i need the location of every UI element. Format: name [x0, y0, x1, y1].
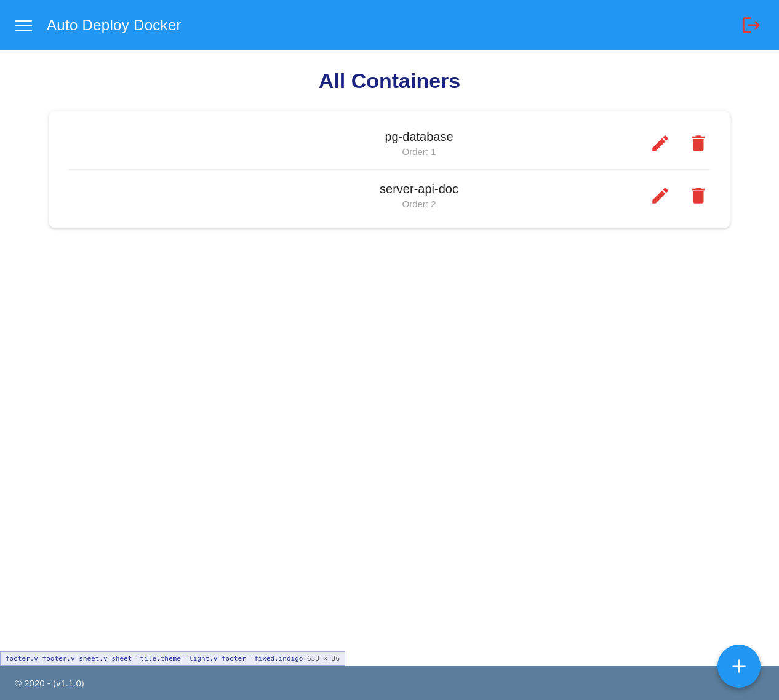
container-actions — [647, 130, 711, 156]
logout-icon — [741, 15, 762, 36]
delete-icon — [688, 185, 709, 206]
dev-tooltip-size: 633 × 36 — [307, 654, 340, 662]
app-footer: © 2020 - (v1.1.0) — [0, 666, 779, 700]
menu-button[interactable] — [15, 20, 32, 31]
delete-button[interactable] — [685, 183, 711, 209]
add-container-button[interactable] — [717, 645, 761, 688]
container-name: pg-database — [191, 130, 647, 144]
container-info: pg-database Order: 1 — [68, 130, 647, 157]
delete-button[interactable] — [685, 130, 711, 156]
app-title: Auto Deploy Docker — [47, 17, 182, 34]
logout-button[interactable] — [738, 12, 764, 38]
containers-card: pg-database Order: 1 server-api-doc O — [49, 111, 730, 228]
dev-tooltip: footer.v-footer.v-sheet.v-sheet--tile.th… — [0, 651, 345, 666]
delete-icon — [688, 133, 709, 154]
container-item: server-api-doc Order: 2 — [68, 170, 711, 221]
edit-icon — [650, 185, 671, 206]
add-icon — [728, 655, 750, 677]
header-left: Auto Deploy Docker — [15, 17, 182, 34]
footer-text: © 2020 - (v1.1.0) — [15, 678, 84, 688]
app-header: Auto Deploy Docker — [0, 0, 779, 50]
container-order: Order: 1 — [191, 146, 647, 157]
container-item: pg-database Order: 1 — [68, 117, 711, 170]
container-name: server-api-doc — [191, 182, 647, 196]
container-order: Order: 2 — [191, 199, 647, 209]
container-actions — [647, 183, 711, 209]
edit-button[interactable] — [647, 183, 673, 209]
container-info: server-api-doc Order: 2 — [68, 182, 647, 209]
dev-tooltip-selector: footer.v-footer.v-sheet.v-sheet--tile.th… — [6, 654, 303, 662]
edit-button[interactable] — [647, 130, 673, 156]
main-content: All Containers pg-database Order: 1 — [0, 50, 779, 666]
page-title: All Containers — [49, 69, 730, 93]
edit-icon — [650, 133, 671, 154]
